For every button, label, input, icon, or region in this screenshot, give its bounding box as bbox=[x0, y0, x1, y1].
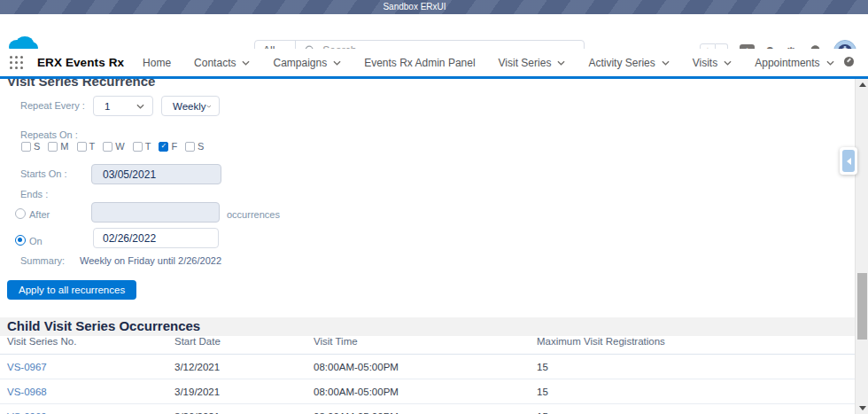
global-header: All ★ + ? ⚙ bbox=[0, 14, 868, 49]
nav-tab-campaigns[interactable]: Campaigns bbox=[261, 57, 353, 69]
visit-series-link[interactable]: VS-0968 bbox=[7, 387, 47, 397]
day-checkbox-thursday[interactable]: T bbox=[133, 141, 151, 152]
start-date-cell: 3/19/2021 bbox=[174, 387, 314, 397]
starts-on-input[interactable] bbox=[91, 164, 221, 184]
ends-after-label: After bbox=[29, 209, 50, 220]
repeats-on-label: Repeats On : bbox=[20, 129, 78, 140]
chevron-down-icon bbox=[333, 60, 341, 66]
child-occurrences-title: Child Visit Series Occurrences bbox=[7, 318, 200, 333]
max-registrations-cell: 15 bbox=[537, 387, 855, 397]
visit-time-cell: 08:00AM-05:00PM bbox=[314, 387, 537, 397]
repeat-every-label: Repeat Every : bbox=[20, 100, 85, 111]
main-content: Visit Series Recurrence Repeat Every : 1… bbox=[0, 79, 855, 414]
ends-on-radio[interactable] bbox=[15, 235, 26, 246]
day-checkbox-wednesday[interactable]: W bbox=[103, 141, 124, 152]
max-registrations-cell: 15 bbox=[537, 362, 855, 372]
chevron-down-icon bbox=[136, 104, 144, 109]
ends-on-date-input[interactable] bbox=[93, 228, 219, 248]
nav-tab-contacts[interactable]: Contacts bbox=[182, 57, 261, 69]
child-occurrences-section-header: Child Visit Series Occurrences bbox=[0, 317, 855, 336]
col-header-visit-time: Visit Time bbox=[314, 336, 537, 354]
chevron-down-icon bbox=[662, 60, 670, 66]
chevron-down-icon bbox=[206, 104, 212, 109]
checkbox-icon bbox=[185, 142, 195, 152]
checkbox-icon bbox=[133, 142, 143, 152]
sandbox-banner: Sandbox ERxUI bbox=[0, 0, 868, 14]
ends-label: Ends : bbox=[20, 189, 48, 199]
checkbox-icon bbox=[48, 142, 58, 152]
chevron-down-icon bbox=[557, 60, 565, 66]
col-header-max-registrations: Maximum Visit Registrations bbox=[537, 336, 855, 354]
repeat-unit-select[interactable]: Weekly bbox=[161, 96, 220, 116]
nav-tab-appointments[interactable]: Appointments bbox=[743, 57, 845, 69]
salesforce-app-window: Sandbox ERxUI All ★ bbox=[0, 0, 868, 414]
checkbox-icon bbox=[77, 142, 87, 152]
checkbox-icon bbox=[21, 142, 31, 152]
visit-series-link[interactable]: VS-0967 bbox=[7, 362, 47, 372]
nav-edit-pencil-icon[interactable] bbox=[844, 57, 854, 66]
chevron-down-icon bbox=[242, 60, 250, 66]
chevron-left-icon bbox=[847, 158, 851, 165]
scrollbar-thumb[interactable] bbox=[857, 273, 867, 340]
app-launcher-waffle-icon[interactable] bbox=[10, 56, 23, 69]
checkbox-icon bbox=[103, 142, 112, 152]
sandbox-banner-title: Sandbox ERxUI bbox=[383, 2, 446, 12]
day-checkbox-tuesday[interactable]: T bbox=[77, 141, 96, 152]
day-checkbox-saturday[interactable]: S bbox=[185, 141, 204, 152]
chevron-down-icon bbox=[724, 60, 732, 66]
nav-tab-events-rx-admin-panel[interactable]: Events Rx Admin Panel bbox=[353, 57, 486, 69]
table-row: VS-0969 3/26/2021 08:00AM-05:00PM 15 bbox=[0, 404, 855, 414]
scrollbar-up-arrow-icon[interactable] bbox=[856, 79, 868, 90]
visit-time-cell: 08:00AM-05:00PM bbox=[314, 362, 537, 372]
checkbox-icon bbox=[159, 142, 168, 152]
chevron-down-icon bbox=[826, 60, 834, 66]
side-panel-toggle-button[interactable] bbox=[842, 150, 855, 172]
nav-tab-visit-series[interactable]: Visit Series bbox=[487, 57, 577, 69]
nav-tab-activity-series[interactable]: Activity Series bbox=[577, 57, 680, 69]
summary-value: Weekly on Friday until 2/26/2022 bbox=[80, 255, 221, 266]
occurrences-table-header: Visit Series No. Start Date Visit Time M… bbox=[0, 336, 855, 355]
side-panel-toggle-card bbox=[840, 147, 857, 175]
occurrences-suffix-label: occurrences bbox=[227, 209, 280, 220]
nav-tab-home[interactable]: Home bbox=[131, 57, 182, 69]
apply-to-all-recurrences-button[interactable]: Apply to all recurrences bbox=[7, 280, 136, 300]
nav-tabs: Home Contacts Campaigns Events Rx Admin … bbox=[131, 57, 846, 69]
weekday-checkbox-row: S M T W T F S bbox=[21, 141, 212, 152]
start-date-cell: 3/12/2021 bbox=[174, 362, 314, 372]
ends-on-label: On bbox=[29, 236, 43, 246]
ends-after-radio[interactable] bbox=[15, 208, 26, 219]
col-header-start-date: Start Date bbox=[174, 336, 314, 354]
app-name[interactable]: ERX Events Rx bbox=[37, 56, 124, 69]
occurrences-count-input[interactable] bbox=[91, 202, 220, 223]
day-checkbox-monday[interactable]: M bbox=[48, 141, 68, 152]
starts-on-label: Starts On : bbox=[20, 168, 67, 179]
table-row: VS-0967 3/12/2021 08:00AM-05:00PM 15 bbox=[0, 355, 855, 379]
repeat-interval-select[interactable]: 1 bbox=[93, 96, 153, 116]
page-title: Visit Series Recurrence bbox=[7, 79, 155, 89]
nav-tab-visits[interactable]: Visits bbox=[681, 57, 743, 69]
app-nav-bar: ERX Events Rx Home Contacts Campaigns Ev… bbox=[0, 49, 868, 79]
scrollbar-down-arrow-icon[interactable] bbox=[856, 402, 868, 414]
table-row: VS-0968 3/19/2021 08:00AM-05:00PM 15 bbox=[0, 379, 855, 404]
day-checkbox-friday[interactable]: F bbox=[159, 141, 177, 152]
col-header-visit-series-no: Visit Series No. bbox=[0, 336, 174, 354]
day-checkbox-sunday[interactable]: S bbox=[21, 141, 40, 152]
summary-label: Summary: bbox=[20, 255, 65, 266]
vertical-scrollbar bbox=[855, 79, 868, 414]
